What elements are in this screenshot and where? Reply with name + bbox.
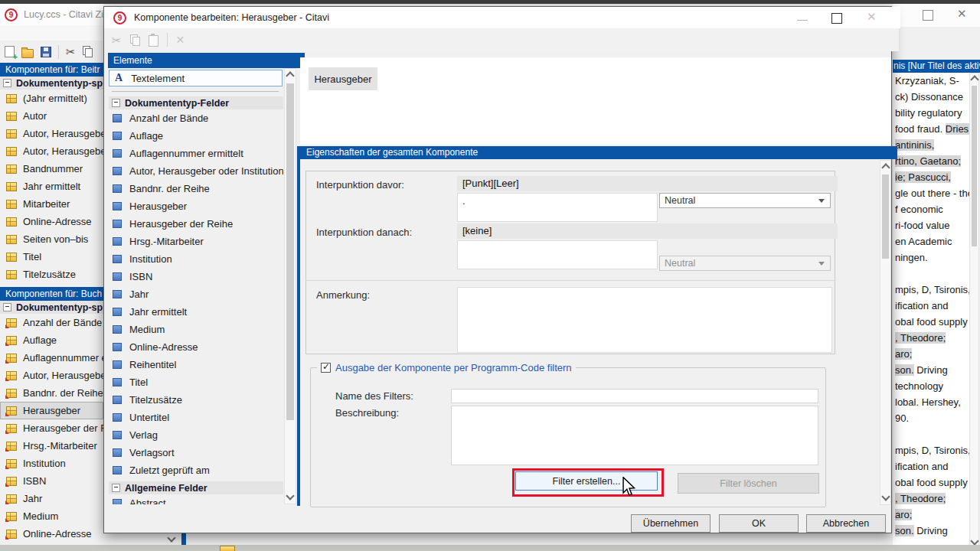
copy-icon[interactable] — [83, 46, 93, 57]
element-list-item[interactable]: Jahr — [109, 285, 283, 303]
element-list-item[interactable]: Zuletzt geprüft am — [109, 461, 283, 479]
punct-before-input[interactable]: . — [457, 193, 658, 222]
element-list-item[interactable]: ISBN — [109, 268, 283, 285]
component-list-item[interactable]: Institution — [0, 455, 103, 472]
element-list-item[interactable]: Reihentitel — [109, 356, 283, 373]
element-list-item[interactable]: Verlagsort — [109, 444, 283, 461]
component-list-item[interactable]: Auflagennummer erm — [0, 349, 103, 367]
element-list-item[interactable]: Titel — [109, 373, 283, 391]
collapse-icon[interactable] — [112, 99, 120, 107]
component-list-item[interactable]: Titelzusätze — [0, 266, 103, 283]
cancel-button[interactable]: Abbrechen — [806, 514, 886, 533]
component-list-item[interactable]: Mitarbeiter — [0, 195, 103, 213]
filter-desc-textarea[interactable] — [451, 406, 818, 465]
cut-icon[interactable]: ✂ — [66, 46, 76, 57]
scroll-up-icon[interactable] — [286, 71, 294, 80]
component-list-item[interactable]: Anzahl der Bände — [0, 314, 103, 331]
item-label: ISBN — [129, 271, 152, 282]
textelement-item[interactable]: A Textelement — [109, 70, 283, 86]
element-group-header[interactable]: Allgemeine Felder — [109, 481, 283, 494]
element-list-item[interactable]: Untertitel — [109, 409, 283, 426]
filter-checkbox[interactable]: ✓ — [321, 363, 331, 373]
maximize-button[interactable] — [923, 10, 933, 21]
scrollbar-thumb[interactable] — [972, 86, 977, 246]
scroll-down-icon[interactable] — [970, 536, 978, 545]
close-button[interactable]: ✕ — [867, 10, 877, 24]
element-list-item[interactable]: Autor, Herausgeber oder Institution — [109, 162, 283, 180]
component-list-item[interactable]: Herausgeber — [0, 402, 103, 419]
copy-icon[interactable] — [130, 34, 140, 46]
note-textarea[interactable] — [457, 287, 832, 353]
punct-before-style-dropdown[interactable]: Neutral — [659, 193, 831, 208]
delete-icon[interactable]: ✕ — [176, 34, 185, 46]
element-list-item[interactable]: Jahr ermittelt — [109, 303, 283, 321]
element-list-item[interactable]: Auflagennummer ermittelt — [109, 145, 283, 162]
bibliography-preview[interactable]: Krzyzaniak, S-ck) Dissonancebility regul… — [893, 73, 969, 549]
scroll-down-icon[interactable] — [167, 533, 175, 542]
component-chip-herausgeber[interactable]: Herausgeber — [309, 67, 377, 90]
minimize-button[interactable] — [797, 20, 808, 21]
element-list-item[interactable]: Herausgeber — [109, 197, 283, 215]
component-list-item[interactable]: (Jahr ermittelt) — [0, 90, 103, 107]
component-list-item[interactable]: Autor, Herausgeber o — [0, 367, 103, 384]
elements-scrollbar[interactable] — [284, 68, 296, 504]
filter-delete-button[interactable]: Filter löschen — [678, 473, 819, 494]
open-folder-icon[interactable] — [21, 49, 34, 58]
element-group-header[interactable]: Dokumententyp-Felder — [109, 96, 283, 109]
paste-icon[interactable] — [149, 35, 158, 47]
filter-name-input[interactable] — [451, 389, 818, 403]
element-list-item[interactable]: Herausgeber der Reihe — [109, 215, 283, 233]
component-list-item[interactable]: Autor, Herausgeber o — [0, 125, 103, 142]
component-list-item[interactable]: Autor — [0, 107, 103, 125]
scroll-up-icon[interactable] — [970, 75, 978, 83]
component-list-item[interactable]: Medium — [0, 507, 103, 525]
collapse-icon[interactable] — [3, 79, 11, 87]
filter-checkbox-row[interactable]: ✓ Ausgabe der Komponente per Programm-Co… — [317, 362, 576, 373]
component-list-item[interactable]: ISBN — [0, 472, 103, 490]
element-list-item[interactable]: Online-Adresse — [109, 338, 283, 356]
component-list-item[interactable]: Herausgeber der Reih — [0, 419, 103, 437]
scrollbar-thumb[interactable] — [882, 174, 889, 259]
component-list-item[interactable]: Online-Adresse — [0, 213, 103, 230]
cut-icon[interactable]: ✂ — [112, 34, 122, 46]
component-list-item[interactable]: Autor, Herausgeber o — [0, 142, 103, 160]
element-list-item[interactable]: Titelzusätze — [109, 391, 283, 409]
close-button[interactable]: ✕ — [957, 7, 967, 21]
element-list-item[interactable]: Hrsg.-Mitarbeiter — [109, 233, 283, 250]
component-list-item[interactable]: Jahr ermittelt — [0, 178, 103, 195]
component-canvas[interactable]: Herausgeber — [300, 57, 891, 145]
element-list-item[interactable]: Medium — [109, 321, 283, 338]
dialog-titlebar[interactable]: 9 Komponente bearbeiten: Herausgeber - C… — [104, 7, 900, 28]
punct-after-style-dropdown[interactable]: Neutral — [659, 256, 831, 271]
element-list-item[interactable]: Verlag — [109, 426, 283, 444]
save-icon[interactable] — [41, 47, 51, 57]
bibliography-scrollbar[interactable] — [969, 73, 979, 549]
panel1-group-header[interactable]: Dokumententyp-sp — [0, 77, 103, 90]
apply-button[interactable]: Übernehmen — [631, 514, 710, 533]
ok-button[interactable]: OK — [719, 514, 799, 533]
component-list-item[interactable]: Bandnummer — [0, 160, 103, 178]
component-list-item[interactable]: Hrsg.-Mitarbeiter — [0, 437, 103, 455]
scrollbar-thumb[interactable] — [286, 83, 294, 420]
panel2-group-header[interactable]: Dokumententyp-sp — [0, 301, 103, 314]
element-list-item[interactable]: Institution — [109, 250, 283, 268]
collapse-icon[interactable] — [112, 484, 120, 492]
scroll-down-icon[interactable] — [286, 491, 294, 500]
scroll-down-icon[interactable] — [881, 492, 890, 500]
component-list-item[interactable]: Auflage — [0, 331, 103, 349]
component-list-item[interactable]: Titel — [0, 248, 103, 266]
component-list-item[interactable]: Bandnr. der Reihe — [0, 384, 103, 402]
collapse-icon[interactable] — [3, 303, 11, 311]
element-list-item[interactable]: Bandnr. der Reihe — [109, 180, 283, 197]
element-list-item[interactable]: Abstract — [109, 494, 283, 504]
properties-scrollbar[interactable] — [880, 160, 891, 505]
component-list-item[interactable]: Jahr — [0, 490, 103, 507]
punct-after-input[interactable] — [457, 240, 658, 269]
element-list-item[interactable]: Anzahl der Bände — [109, 109, 283, 127]
element-list-item[interactable]: Auflage — [109, 127, 283, 145]
component-list-item[interactable]: Online-Adresse — [0, 525, 103, 543]
scroll-up-icon[interactable] — [881, 163, 890, 171]
maximize-button[interactable] — [831, 13, 842, 24]
new-project-icon[interactable]: + — [5, 46, 15, 57]
component-list-item[interactable]: Seiten von–bis — [0, 230, 103, 248]
